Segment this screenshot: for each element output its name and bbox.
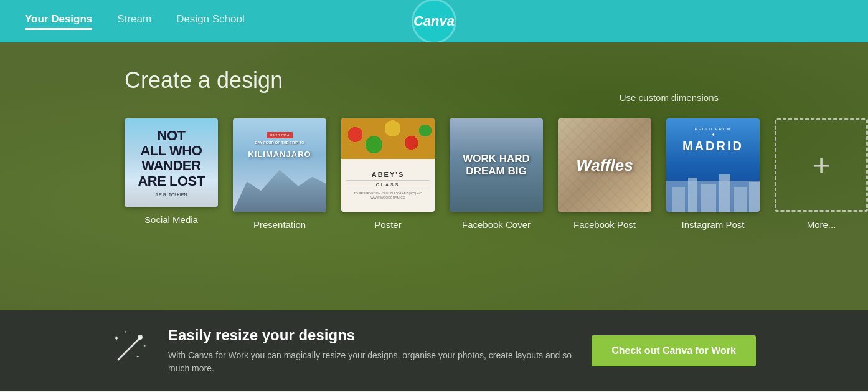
svg-text:✦: ✦ [113,334,120,343]
design-item-instagram-post[interactable]: HELLO FROM ✦ MADRID Instagram Post [666,118,760,230]
nav-stream[interactable]: Stream [117,13,151,30]
banner-text-area: Easily resize your designs With Canva fo… [168,327,573,375]
poster-name: ABEY'S [346,171,430,178]
main-content: Create a design Use custom dimensions NO… [125,67,743,230]
poster-thumb: ABEY'S CLASS TO RESERVATION CALL 714 554… [341,118,435,212]
svg-rect-4 [719,174,730,212]
nav-design-school[interactable]: Design School [176,13,245,30]
design-item-facebook-post[interactable]: Waffles Facebook Post [558,118,651,230]
canva-logo[interactable]: Canva [412,0,456,44]
create-title: Create a design [125,67,743,93]
banner-title: Easily resize your designs [168,327,573,344]
social-media-thumb: NOTALL WHOWANDERARE LOST J.R.R. TOLKIEN [125,118,218,207]
svg-text:✦: ✦ [136,354,140,360]
use-custom-dimensions[interactable]: Use custom dimensions [620,92,719,103]
more-label: More... [807,219,836,230]
more-plus-icon: + [812,150,830,181]
svg-rect-5 [734,187,747,212]
svg-text:✦: ✦ [143,344,146,348]
presentation-title-line: DAY FOUR OF THE TRIP TO [255,141,304,145]
promo-banner: ✦ ✦ ✦ ✦ Easily resize your designs With … [0,310,868,391]
svg-text:✦: ✦ [123,330,127,334]
design-item-facebook-cover[interactable]: WORK HARD DREAM BIG Facebook Cover [450,118,543,230]
poster-vegetables [341,118,435,159]
nav-links: Your Designs Stream Design School [25,13,245,30]
magic-wand-icon: ✦ ✦ ✦ ✦ [112,328,149,373]
instagram-city: MADRID [666,139,760,153]
poster-class: CLASS [346,183,430,187]
facebook-post-thumb: Waffles [558,118,651,212]
facebook-post-text: Waffles [576,156,633,175]
presentation-subtitle: KILIMANJARO [248,150,311,159]
banner-description: With Canva for Work you can magically re… [168,349,573,375]
instagram-post-thumb: HELLO FROM ✦ MADRID [666,118,760,212]
design-grid: NOTALL WHOWANDERARE LOST J.R.R. TOLKIEN … [125,118,743,230]
social-media-thumb-attribution: J.R.R. TOLKIEN [155,193,187,197]
presentation-label: Presentation [253,219,306,230]
svg-rect-6 [749,182,760,212]
presentation-date: 09.28.2014 [267,132,293,138]
poster-divider2 [346,189,430,189]
canva-logo-text: Canva [413,13,455,29]
social-media-label: Social Media [144,214,198,225]
design-item-presentation[interactable]: 09.28.2014 DAY FOUR OF THE TRIP TO KILIM… [233,118,326,230]
poster-divider [346,180,430,181]
main-area: Create a design Use custom dimensions NO… [0,42,868,310]
building-silhouette [666,168,760,212]
presentation-thumb: 09.28.2014 DAY FOUR OF THE TRIP TO KILIM… [233,118,326,212]
svg-point-8 [138,335,143,340]
facebook-cover-label: Facebook Cover [462,219,531,230]
presentation-mountain [233,165,326,212]
more-thumb[interactable]: + [775,118,868,212]
nav-your-designs[interactable]: Your Designs [25,13,92,30]
poster-label: Poster [374,219,401,230]
design-item-poster[interactable]: ABEY'S CLASS TO RESERVATION CALL 714 554… [341,118,435,230]
design-item-more[interactable]: + More... [775,118,868,230]
design-item-social-media[interactable]: NOTALL WHOWANDERARE LOST J.R.R. TOLKIEN … [125,118,218,225]
facebook-post-label: Facebook Post [573,219,636,230]
instagram-post-label: Instagram Post [682,219,745,230]
navigation: Your Designs Stream Design School Canva [0,0,868,42]
poster-details: TO RESERVATION CALL 714 554 AEZ (455) 44… [346,191,430,201]
fb-cover-line1: WORK HARD [463,153,530,165]
instagram-hello: HELLO FROM [666,127,760,131]
svg-rect-2 [688,178,697,212]
cta-button[interactable]: Check out Canva for Work [592,335,756,366]
fb-cover-line2: DREAM BIG [463,165,530,178]
svg-rect-1 [672,187,685,212]
facebook-cover-thumb: WORK HARD DREAM BIG [450,118,543,212]
social-media-thumb-text: NOTALL WHOWANDERARE LOST [138,128,204,189]
instagram-star: ✦ [666,132,760,138]
svg-rect-3 [701,184,716,212]
